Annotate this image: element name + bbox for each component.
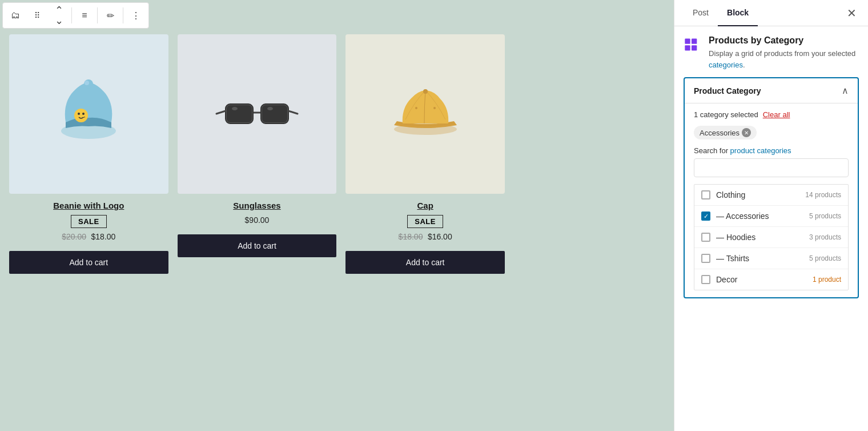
- sidebar-tabs-left: Post Block: [684, 0, 758, 26]
- toolbar-divider-3: [123, 7, 123, 23]
- svg-point-14: [267, 107, 273, 110]
- align-button[interactable]: ≡: [74, 5, 95, 26]
- main-content-area: 🗂 ⠿ ⌃⌄ ≡ ✏ ⋮: [0, 0, 674, 431]
- sidebar-body: Products by Category Display a grid of p…: [674, 26, 868, 431]
- checkbox-clothing[interactable]: [701, 190, 710, 199]
- add-to-cart-sunglasses[interactable]: Add to cart: [178, 234, 337, 257]
- checkbox-accessories[interactable]: [701, 211, 710, 221]
- category-search-input[interactable]: [694, 158, 849, 177]
- category-count-tshirts: 5 products: [809, 254, 841, 262]
- arrows-icon: ⌃⌄: [55, 5, 63, 26]
- svg-point-2: [78, 113, 80, 115]
- svg-point-3: [82, 113, 85, 115]
- price-row-sunglasses: $90.00: [245, 215, 270, 225]
- svg-point-13: [232, 107, 238, 110]
- product-image-sunglasses: [178, 34, 337, 194]
- section-content-product-category: 1 category selected Clear all Accessorie…: [685, 103, 858, 297]
- active-tag-label: Accessories: [700, 129, 740, 137]
- block-description: Display a grid of products from your sel…: [709, 48, 859, 70]
- block-desc-text2: .: [743, 61, 745, 69]
- sale-price-beanie: $18.00: [91, 232, 116, 241]
- cap-svg: [385, 77, 465, 151]
- category-name-decor: Decor: [716, 275, 737, 284]
- selected-count-text: 1 category selected: [694, 110, 758, 119]
- product-name-sunglasses: Sunglasses: [233, 201, 280, 210]
- category-list: Clothing 14 products — Accessories 5 pro…: [694, 184, 849, 290]
- checkbox-hoodies[interactable]: [701, 233, 710, 242]
- category-item-clothing: Clothing 14 products: [694, 185, 848, 206]
- block-header: Products by Category Display a grid of p…: [684, 35, 859, 70]
- svg-rect-8: [227, 105, 252, 122]
- category-selected-info: 1 category selected Clear all: [694, 110, 849, 119]
- grid-button[interactable]: ⠿: [27, 5, 47, 26]
- category-count-hoodies: 3 products: [809, 233, 841, 241]
- category-item-decor: Decor 1 product: [694, 269, 848, 290]
- block-desc-link[interactable]: categories: [709, 61, 743, 69]
- svg-rect-19: [685, 39, 690, 44]
- sale-price-cap: $16.00: [428, 232, 452, 241]
- category-count-clothing: 14 products: [805, 191, 841, 199]
- product-card-sunglasses: Sunglasses $90.00 Add to cart: [178, 34, 337, 274]
- sale-badge-beanie: SALE: [71, 215, 107, 228]
- tab-block[interactable]: Block: [718, 0, 758, 26]
- svg-point-17: [415, 107, 417, 109]
- category-count-decor: 1 product: [813, 276, 841, 284]
- category-name-clothing: Clothing: [716, 190, 745, 199]
- block-icon: [684, 37, 702, 55]
- category-name-tshirts: — Tshirts: [716, 254, 749, 263]
- checkbox-tshirts[interactable]: [701, 254, 710, 263]
- svg-line-11: [216, 111, 226, 114]
- sidebar-panel: Post Block ✕ Products by Category Displa…: [674, 0, 868, 431]
- svg-point-5: [85, 81, 89, 85]
- price-row-cap: $18.00 $16.00: [399, 232, 452, 242]
- add-to-cart-beanie[interactable]: Add to cart: [9, 251, 168, 274]
- svg-line-12: [288, 111, 298, 114]
- product-name-beanie: Beanie with Logo: [53, 201, 124, 210]
- product-category-accordion: Product Category ∧ 1 category selected C…: [684, 77, 859, 298]
- svg-rect-20: [685, 45, 690, 50]
- product-card-cap: Cap SALE $18.00 $16.00 Add to cart: [345, 34, 505, 274]
- sunglasses-svg: [214, 77, 300, 151]
- price-row-beanie: $20.00 $18.00: [62, 232, 115, 242]
- search-label-part1: Search for: [694, 146, 728, 155]
- product-card-beanie: Beanie with Logo SALE $20.00 $18.00 Add …: [9, 34, 168, 274]
- pencil-button[interactable]: ✏: [100, 5, 120, 26]
- pencil-icon: ✏: [107, 10, 114, 21]
- folder-icon: 🗂: [11, 10, 20, 21]
- section-header-product-category[interactable]: Product Category ∧: [685, 78, 858, 103]
- close-sidebar-button[interactable]: ✕: [845, 4, 859, 22]
- block-title: Products by Category: [709, 35, 859, 46]
- chevron-up-icon: ∧: [842, 85, 849, 96]
- clear-all-button[interactable]: Clear all: [763, 110, 790, 119]
- product-image-cap: [345, 34, 505, 194]
- product-grid: Beanie with Logo SALE $20.00 $18.00 Add …: [0, 0, 514, 283]
- svg-rect-22: [692, 45, 697, 50]
- add-to-cart-cap[interactable]: Add to cart: [345, 251, 505, 274]
- svg-point-1: [74, 109, 88, 122]
- sale-badge-cap: SALE: [407, 215, 443, 228]
- category-count-accessories: 5 products: [809, 212, 841, 220]
- svg-rect-10: [262, 105, 287, 122]
- active-tag-chip: Accessories ✕: [694, 126, 757, 139]
- tab-post[interactable]: Post: [684, 0, 718, 26]
- toolbar-divider-2: [97, 7, 98, 23]
- svg-point-16: [423, 89, 428, 94]
- svg-point-18: [433, 107, 436, 109]
- section-title-product-category: Product Category: [694, 86, 761, 95]
- folder-button[interactable]: 🗂: [5, 5, 26, 26]
- product-image-beanie: [9, 34, 168, 194]
- category-item-accessories: — Accessories 5 products: [694, 206, 848, 227]
- arrows-button[interactable]: ⌃⌄: [49, 5, 69, 26]
- block-info: Products by Category Display a grid of p…: [709, 35, 859, 70]
- checkbox-decor[interactable]: [701, 275, 710, 284]
- sidebar-tabs: Post Block ✕: [674, 0, 868, 26]
- grid-icon: ⠿: [34, 11, 40, 20]
- search-label-link[interactable]: product categories: [730, 146, 791, 155]
- block-toolbar: 🗂 ⠿ ⌃⌄ ≡ ✏ ⋮: [2, 2, 149, 29]
- tag-remove-button[interactable]: ✕: [742, 128, 751, 137]
- original-price-cap: $18.00: [399, 232, 423, 241]
- more-options-button[interactable]: ⋮: [126, 5, 146, 26]
- search-label-container: Search for product categories: [694, 146, 849, 155]
- regular-price-sunglasses: $90.00: [245, 216, 270, 225]
- dots-icon: ⋮: [131, 10, 140, 21]
